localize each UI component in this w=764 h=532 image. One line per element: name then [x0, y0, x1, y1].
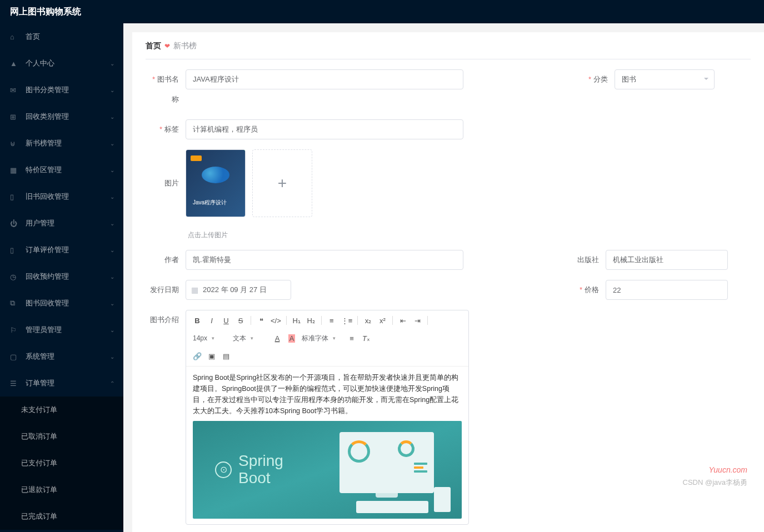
sidebar-item-old-books[interactable]: ▯旧书回收管理⌄ — [0, 183, 123, 210]
sidebar-item-label: 新书榜管理 — [26, 138, 62, 148]
indent-button[interactable]: ⇤ — [396, 314, 410, 327]
label-category: 分类 — [593, 75, 608, 83]
chevron-down-icon: ⌄ — [110, 61, 114, 67]
field-publish-date: 发行日期 ▦ — [146, 280, 291, 300]
power-icon: ⏻ — [10, 219, 20, 228]
main-area: 首页 ❤ 新书榜 *图书名称 *分类 图书 — [123, 23, 764, 532]
editor-content[interactable]: Spring Boot是Spring社区发布的一个开源项目，旨在帮助开发者快速并… — [186, 367, 468, 524]
font-family-select[interactable]: 标准字体 — [299, 334, 344, 343]
field-image: 图片 ✓ Java程序设计 — [146, 149, 312, 240]
sidebar-item-label: 用户管理 — [26, 218, 54, 228]
tags-input[interactable] — [186, 119, 463, 139]
chevron-down-icon: ⌄ — [110, 220, 114, 227]
underline-button[interactable]: U — [219, 314, 233, 327]
sidebar-item-discount[interactable]: ▦特价区管理⌄ — [0, 157, 123, 183]
book-name-input[interactable] — [186, 69, 463, 89]
clipboard-icon: ▯ — [10, 246, 20, 254]
price-input[interactable] — [606, 280, 728, 300]
mic-icon: ⊎ — [10, 139, 20, 148]
sidebar-item-home[interactable]: ⌂首页 — [0, 23, 123, 50]
sidebar-sub-completed[interactable]: 已完成订单 — [0, 503, 123, 530]
sidebar-item-admin[interactable]: ⚐管理员管理⌄ — [0, 317, 123, 343]
sidebar-item-book-category[interactable]: ✉图书分类管理⌄ — [0, 77, 123, 103]
sidebar-item-profile[interactable]: ▲个人中心⌄ — [0, 50, 123, 77]
editor-toolbar: B I U S ❝ </> H₁ H — [186, 310, 468, 367]
publish-date-input[interactable] — [186, 280, 291, 300]
ul-button[interactable]: ⋮≡ — [339, 314, 354, 327]
bold-button[interactable]: B — [191, 314, 204, 327]
label-publish-date: 发行日期 — [150, 285, 179, 294]
category-select[interactable]: 图书 — [615, 69, 715, 89]
uploaded-thumbnail[interactable]: ✓ Java程序设计 — [186, 149, 246, 217]
label-book-name: 图书名称 — [157, 75, 179, 103]
calendar-icon: ▦ — [191, 285, 198, 294]
flag-icon: ⚐ — [10, 326, 20, 334]
sidebar-item-orders[interactable]: ☰订单管理⌃ — [0, 370, 123, 397]
label-tags: 标签 — [164, 125, 179, 133]
label-author: 作者 — [164, 255, 179, 264]
bg-color-button[interactable]: A — [285, 332, 298, 345]
field-price: *价格 — [575, 280, 728, 300]
user-icon: ▲ — [10, 59, 20, 68]
clock-icon: ◷ — [10, 273, 20, 281]
strike-button[interactable]: S — [234, 314, 247, 327]
spring-boot-logo: ⊙ SpringBoot — [215, 453, 283, 487]
sidebar-sub-cancelled[interactable]: 已取消订单 — [0, 423, 123, 450]
sidebar-item-label: 回收预约管理 — [26, 272, 69, 282]
doc-icon: ▯ — [10, 193, 20, 201]
subscript-button[interactable]: x₂ — [361, 314, 374, 327]
italic-button[interactable]: I — [205, 314, 218, 327]
chevron-down-icon: ⌄ — [110, 194, 114, 200]
sidebar-sub-paid[interactable]: 已支付订单 — [0, 450, 123, 476]
publisher-input[interactable] — [606, 250, 728, 270]
text-color-button[interactable]: A — [271, 332, 284, 345]
image-button[interactable]: ▣ — [205, 349, 218, 363]
h1-button[interactable]: H₁ — [290, 314, 303, 327]
text-type-select[interactable]: 文本 — [231, 334, 269, 343]
sidebar-item-recycle-appt[interactable]: ◷回收预约管理⌄ — [0, 263, 123, 290]
leaf-icon: ⊙ — [215, 461, 232, 478]
field-tags: *标签 — [146, 119, 463, 139]
link-button[interactable]: 🔗 — [191, 349, 204, 363]
editor-text: Spring Boot是Spring社区发布的一个开源项目，旨在帮助开发者快速并… — [193, 372, 462, 416]
chevron-down-icon: ⌄ — [110, 327, 114, 333]
sidebar-item-label: 已取消订单 — [21, 431, 57, 441]
chevron-down-icon: ⌄ — [110, 300, 114, 307]
editor-embedded-image: ⊙ SpringBoot — [193, 421, 462, 519]
superscript-button[interactable]: x² — [376, 314, 389, 327]
code-button[interactable]: </> — [269, 314, 283, 327]
font-size-select[interactable]: 14px — [191, 334, 229, 342]
h2-button[interactable]: H₂ — [304, 314, 318, 327]
sidebar-item-system[interactable]: ▢系统管理⌄ — [0, 343, 123, 370]
sidebar-item-recycle-category[interactable]: ⊞回收类别管理⌄ — [0, 103, 123, 130]
heart-icon: ❤ — [164, 42, 170, 50]
watermark-site: Yuucn.com — [683, 465, 748, 474]
chevron-down-icon: ⌄ — [110, 167, 114, 173]
sidebar-item-new-books[interactable]: ⊎新书榜管理⌄ — [0, 130, 123, 157]
field-intro: 图书介绍 B I U S ❝ — [146, 310, 469, 532]
sidebar-sub-refunded[interactable]: 已退款订单 — [0, 476, 123, 503]
clear-format-button[interactable]: Tₓ — [359, 332, 373, 345]
chevron-down-icon: ⌄ — [110, 114, 114, 120]
video-button[interactable]: ▤ — [219, 349, 233, 363]
breadcrumb-home[interactable]: 首页 — [146, 41, 161, 51]
author-input[interactable] — [186, 250, 463, 270]
sidebar-item-label: 个人中心 — [26, 58, 54, 68]
sidebar-item-book-recycle[interactable]: ⧉图书回收管理⌄ — [0, 290, 123, 317]
chevron-up-icon: ⌃ — [110, 380, 114, 387]
sidebar-item-reviews[interactable]: ▯订单评价管理⌄ — [0, 237, 123, 263]
chevron-down-icon: ⌄ — [110, 87, 114, 93]
upload-button[interactable]: + — [252, 149, 312, 217]
upload-hint[interactable]: 点击上传图片 — [188, 230, 312, 240]
sidebar-sub-unpaid[interactable]: 未支付订单 — [0, 397, 123, 423]
outdent-button[interactable]: ⇥ — [411, 314, 424, 327]
sidebar-item-label: 已完成订单 — [21, 511, 57, 521]
ol-button[interactable]: ≡ — [325, 314, 338, 327]
align-button[interactable]: ≡ — [345, 332, 358, 345]
list-icon: ☰ — [10, 379, 20, 388]
book-cover-image: Java程序设计 — [186, 150, 245, 217]
sidebar-item-label: 系统管理 — [26, 352, 54, 362]
quote-button[interactable]: ❝ — [254, 314, 268, 327]
grid-icon: ▦ — [10, 166, 20, 174]
sidebar-item-users[interactable]: ⏻用户管理⌄ — [0, 210, 123, 237]
